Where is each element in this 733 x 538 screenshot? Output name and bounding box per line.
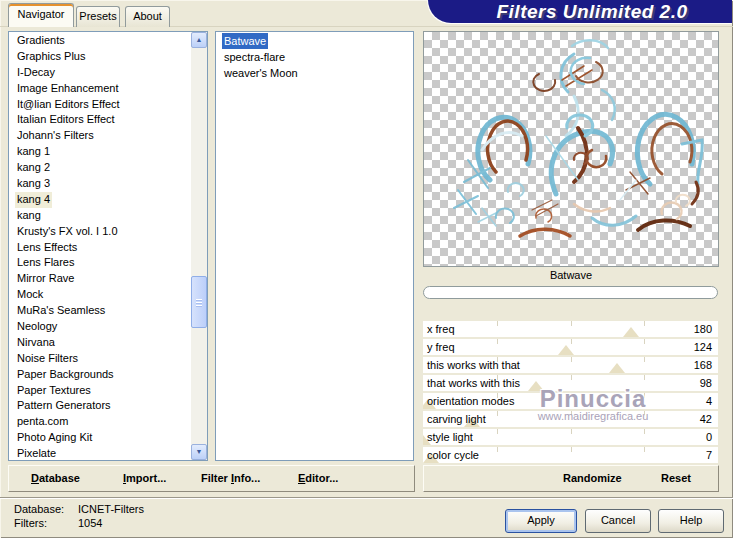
category-item-highlighted[interactable]: kang 4 — [9, 192, 191, 208]
tab-navigator[interactable]: Navigator — [8, 3, 74, 27]
tab-about[interactable]: About — [125, 6, 170, 27]
category-label: Graphics Plus — [15, 49, 87, 65]
status-filters-label: Filters: — [14, 517, 47, 529]
filter-items: Batwave spectra-flare weaver's Moon — [216, 33, 413, 81]
category-item[interactable]: Johann's Filters — [9, 128, 191, 144]
category-label: Mirror Rave — [15, 271, 76, 287]
filter-item[interactable]: spectra-flare — [216, 49, 413, 65]
category-items: Gradients Graphics Plus I-Decay Image En… — [9, 33, 191, 461]
tick — [571, 357, 572, 362]
category-item[interactable]: Nirvana — [9, 335, 191, 351]
param-row-style-light[interactable]: style light 0 — [423, 429, 718, 445]
category-listbox[interactable]: Gradients Graphics Plus I-Decay Image En… — [8, 31, 208, 461]
label-pre: Filter — [201, 472, 231, 484]
import-button[interactable]: Import... — [123, 472, 166, 484]
category-item[interactable]: Image Enhancement — [9, 81, 191, 97]
category-item[interactable]: penta.com — [9, 414, 191, 430]
tick — [571, 393, 572, 398]
slider-thumb-triangle[interactable] — [528, 381, 544, 391]
tick — [497, 321, 498, 326]
category-item[interactable]: Pixelate — [9, 446, 191, 461]
category-label: Pixelate — [15, 446, 58, 461]
param-label: that works with this — [427, 377, 520, 389]
label-post: nfo... — [234, 472, 260, 484]
category-item[interactable]: Graphics Plus — [9, 49, 191, 65]
filter-item-selected[interactable]: Batwave — [216, 33, 413, 49]
tick — [571, 429, 572, 434]
category-item[interactable]: kang — [9, 208, 191, 224]
category-item[interactable]: Italian Editors Effect — [9, 112, 191, 128]
tick — [571, 339, 572, 344]
tick — [571, 375, 572, 380]
tab-presets[interactable]: Presets — [76, 6, 120, 27]
category-item[interactable]: It@lian Editors Effect — [9, 97, 191, 113]
tick — [497, 429, 498, 434]
param-value: 168 — [694, 359, 712, 371]
param-row-this-works-with-that[interactable]: this works with that 168 — [423, 357, 718, 373]
parameter-panel: x freq 180 y freq 124 this works with th… — [423, 321, 718, 463]
category-item[interactable]: Lens Flares — [9, 255, 191, 271]
category-item[interactable]: Lens Effects — [9, 240, 191, 256]
param-label: this works with that — [427, 359, 520, 371]
category-item[interactable]: Mock — [9, 287, 191, 303]
category-label: kang 3 — [15, 176, 52, 192]
category-item[interactable]: Photo Aging Kit — [9, 430, 191, 446]
filter-label: Batwave — [222, 33, 268, 49]
slider-thumb-triangle[interactable] — [558, 345, 574, 355]
category-item[interactable]: Paper Textures — [9, 383, 191, 399]
category-item[interactable]: MuRa's Seamless — [9, 303, 191, 319]
editor-button[interactable]: Editor... — [298, 472, 338, 484]
param-row-carving-light[interactable]: carving light 42 — [423, 411, 718, 427]
filters-unlimited-dialog: Filters Unlimited 2.0 Navigator Presets … — [0, 0, 733, 538]
category-item[interactable]: Paper Backgrounds — [9, 367, 191, 383]
param-label: style light — [427, 431, 473, 443]
param-row-x-freq[interactable]: x freq 180 — [423, 321, 718, 337]
category-label: penta.com — [15, 414, 70, 430]
slider-thumb-triangle[interactable] — [623, 327, 639, 337]
apply-button[interactable]: Apply — [505, 509, 577, 533]
tab-label: Navigator — [17, 8, 64, 20]
tick — [497, 411, 498, 416]
tick — [644, 429, 645, 434]
category-label: Pattern Generators — [15, 398, 113, 414]
database-button[interactable]: Database — [31, 472, 80, 484]
category-scrollbar[interactable]: ▲ ▼ — [191, 32, 207, 460]
category-item[interactable]: Neology — [9, 319, 191, 335]
param-row-that-works-with-this[interactable]: that works with this 98 — [423, 375, 718, 391]
tick — [644, 393, 645, 398]
filter-item[interactable]: weaver's Moon — [216, 65, 413, 81]
category-label: Mock — [15, 287, 45, 303]
help-button[interactable]: Help — [658, 509, 724, 533]
scroll-up-icon[interactable]: ▲ — [191, 32, 207, 48]
category-item[interactable]: Mirror Rave — [9, 271, 191, 287]
param-row-color-cycle[interactable]: color cycle 7 — [423, 447, 718, 463]
category-item[interactable]: Noise Filters — [9, 351, 191, 367]
category-label: kang 1 — [15, 144, 52, 160]
param-value: 124 — [694, 341, 712, 353]
tick — [644, 411, 645, 416]
scrollbar-thumb[interactable] — [191, 276, 207, 328]
tick — [644, 375, 645, 380]
param-row-orientation-modes[interactable]: orientation modes 4 — [423, 393, 718, 409]
category-item[interactable]: I-Decay — [9, 65, 191, 81]
category-item[interactable]: Gradients — [9, 33, 191, 49]
category-item[interactable]: kang 2 — [9, 160, 191, 176]
param-row-y-freq[interactable]: y freq 124 — [423, 339, 718, 355]
slider-thumb-triangle[interactable] — [609, 363, 625, 373]
category-item[interactable]: Pattern Generators — [9, 398, 191, 414]
preview-image — [424, 32, 718, 266]
category-item[interactable]: kang 1 — [9, 144, 191, 160]
category-item[interactable]: Krusty's FX vol. I 1.0 — [9, 224, 191, 240]
filter-info-button[interactable]: Filter Info... — [201, 472, 260, 484]
label-post: atabase — [39, 472, 80, 484]
category-label: Image Enhancement — [15, 81, 121, 97]
param-value: 42 — [700, 413, 712, 425]
filter-listbox[interactable]: Batwave spectra-flare weaver's Moon — [215, 31, 414, 461]
filter-preview[interactable] — [423, 31, 719, 267]
cancel-button[interactable]: Cancel — [585, 509, 651, 533]
randomize-button[interactable]: Randomize — [563, 472, 622, 484]
status-database-label: Database: — [14, 503, 64, 515]
category-item[interactable]: kang 3 — [9, 176, 191, 192]
reset-button[interactable]: Reset — [661, 472, 691, 484]
scroll-down-icon[interactable]: ▼ — [191, 444, 207, 460]
